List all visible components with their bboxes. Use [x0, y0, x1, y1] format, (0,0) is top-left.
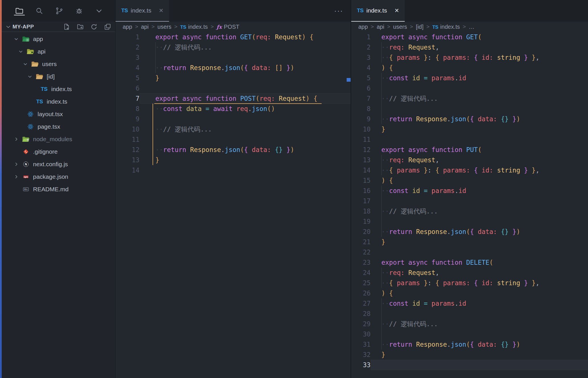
chevron-down-icon[interactable] [13, 36, 21, 42]
close-icon[interactable]: ✕ [159, 8, 164, 13]
line-number[interactable]: 5 [116, 73, 139, 83]
tree-item-index-ts[interactable]: TSindex.ts [2, 95, 115, 108]
breadcrumb-item[interactable]: TSindex.ts [180, 24, 208, 30]
line-number[interactable]: 31 [351, 339, 371, 350]
chevron-right-icon[interactable] [13, 173, 21, 180]
code-line-3[interactable]: 3 [116, 52, 351, 63]
line-number[interactable]: 23 [351, 257, 371, 268]
code-line-12[interactable]: 12export async function PUT( [351, 145, 588, 155]
breadcrumb-item[interactable]: users [393, 24, 407, 30]
code-line-29[interactable]: 29··// 逻辑代码... [351, 319, 588, 329]
line-number[interactable]: 28 [351, 309, 371, 319]
line-number[interactable]: 25 [351, 278, 371, 288]
line-number[interactable]: 20 [351, 227, 371, 237]
line-number[interactable]: 14 [116, 165, 139, 175]
code-line-5[interactable]: 5··const id = params.id [351, 73, 588, 83]
code-line-31[interactable]: 31··return Response.json({ data: {} }) [351, 339, 588, 350]
tree-item-id[interactable]: [id] [2, 70, 115, 83]
code-line-21[interactable]: 21} [351, 237, 588, 247]
code-line-1[interactable]: 1export async function GET( [351, 32, 588, 42]
line-number[interactable]: 2 [351, 42, 371, 52]
tree-item-node-modules[interactable]: JSnode_modules [2, 133, 115, 145]
line-number[interactable]: 6 [116, 83, 139, 93]
code-line-4[interactable]: 4) { [351, 63, 588, 73]
tree-item-index-ts[interactable]: TSindex.ts [2, 83, 115, 95]
line-number[interactable]: 3 [116, 52, 139, 63]
code-line-4[interactable]: 4··return Response.json({ data: [] }) [116, 63, 351, 73]
code-line-32[interactable]: 32} [351, 350, 588, 360]
chevron-right-icon[interactable] [13, 136, 21, 143]
code-line-33[interactable]: 33 [351, 360, 588, 370]
code-line-16[interactable]: 16··const id = params.id [351, 186, 588, 196]
code-line-1[interactable]: 1export async function GET(req: Request)… [116, 32, 351, 42]
code-line-26[interactable]: 26) { [351, 288, 588, 298]
code-line-17[interactable]: 17 [351, 196, 588, 206]
tree-item-layout-tsx[interactable]: layout.tsx [2, 108, 115, 120]
code-line-14[interactable]: 14··{ params }: { params: { id: string }… [351, 165, 588, 175]
line-number[interactable]: 24 [351, 268, 371, 278]
tree-item-next-config-js[interactable]: Nnext.config.js [2, 158, 115, 170]
activity-debug[interactable] [75, 5, 84, 17]
line-number[interactable]: 29 [351, 319, 371, 329]
tree-item-app[interactable]: app [2, 33, 115, 45]
tree-item-users[interactable]: users [2, 58, 115, 70]
tree-item-gitignore[interactable]: .gitignore [2, 145, 115, 158]
line-number[interactable]: 22 [351, 247, 371, 257]
breadcrumb-item[interactable]: TSindex.ts [432, 24, 460, 30]
line-number[interactable]: 10 [116, 124, 139, 134]
tab-index-ts[interactable]: TS index.ts ✕ [116, 0, 169, 22]
breadcrumb-item[interactable]: app [358, 24, 368, 30]
code-line-19[interactable]: 19 [351, 216, 588, 227]
code-line-25[interactable]: 25··{ params }: { params: { id: string }… [351, 278, 588, 288]
code-line-6[interactable]: 6 [351, 83, 588, 93]
code-line-10[interactable]: 10··// 逻辑代码... [116, 124, 351, 134]
code-line-2[interactable]: 2··// 逻辑代码... [116, 42, 351, 52]
code-line-15[interactable]: 15) { [351, 175, 588, 186]
tab-index-ts[interactable]: TS index.ts ✕ [351, 0, 405, 22]
chevron-down-icon[interactable] [5, 24, 11, 30]
line-number[interactable]: 7 [116, 93, 139, 104]
line-number[interactable]: 2 [116, 42, 139, 52]
line-number[interactable]: 32 [351, 350, 371, 360]
line-number[interactable]: 12 [116, 145, 139, 155]
breadcrumb-item[interactable]: … [469, 24, 474, 30]
chevron-down-icon[interactable] [27, 73, 35, 80]
code-line-11[interactable]: 11 [351, 134, 588, 145]
code-line-6[interactable]: 6 [116, 83, 351, 93]
tree-item-page-tsx[interactable]: page.tsx [2, 120, 115, 133]
breadcrumb-item[interactable]: users [157, 24, 171, 30]
code-line-28[interactable]: 28 [351, 309, 588, 319]
tree-item-package-json[interactable]: npmpackage.json [2, 170, 115, 183]
breadcrumb-item[interactable]: app [123, 24, 132, 30]
code-line-13[interactable]: 13} [116, 155, 351, 165]
tree-item-api[interactable]: api [2, 45, 115, 58]
line-number[interactable]: 17 [351, 196, 371, 206]
line-number[interactable]: 7 [351, 93, 371, 104]
line-number[interactable]: 15 [351, 175, 371, 186]
code-line-14[interactable]: 14 [116, 165, 351, 175]
code-line-27[interactable]: 27··const id = params.id [351, 298, 588, 309]
line-number[interactable]: 13 [351, 155, 371, 165]
chevron-down-icon[interactable] [18, 48, 26, 55]
code-editor[interactable]: 1export async function GET(req: Request)… [116, 32, 351, 378]
code-line-24[interactable]: 24··req: Request, [351, 268, 588, 278]
line-number[interactable]: 13 [116, 155, 139, 165]
line-number[interactable]: 27 [351, 298, 371, 309]
code-line-23[interactable]: 23export async function DELETE( [351, 257, 588, 268]
activity-source-control[interactable] [55, 5, 64, 17]
line-number[interactable]: 3 [351, 52, 371, 63]
tree-item-readme-md[interactable]: MREADME.md [2, 183, 115, 196]
line-number[interactable]: 9 [116, 114, 139, 124]
chevron-down-icon[interactable] [22, 61, 30, 67]
code-line-9[interactable]: 9··return Response.json({ data: {} }) [351, 114, 588, 124]
code-line-11[interactable]: 11 [116, 134, 351, 145]
line-number[interactable]: 11 [116, 134, 139, 145]
code-line-7[interactable]: 7··// 逻辑代码... [351, 93, 588, 104]
line-number[interactable]: 4 [116, 63, 139, 73]
code-line-2[interactable]: 2··req: Request, [351, 42, 588, 52]
code-line-20[interactable]: 20··return Response.json({ data: {} }) [351, 227, 588, 237]
code-line-7[interactable]: 7export async function POST(req: Request… [116, 93, 351, 104]
more-actions-icon[interactable]: ··· [334, 7, 343, 15]
code-line-13[interactable]: 13··req: Request, [351, 155, 588, 165]
close-icon[interactable]: ✕ [394, 8, 399, 13]
